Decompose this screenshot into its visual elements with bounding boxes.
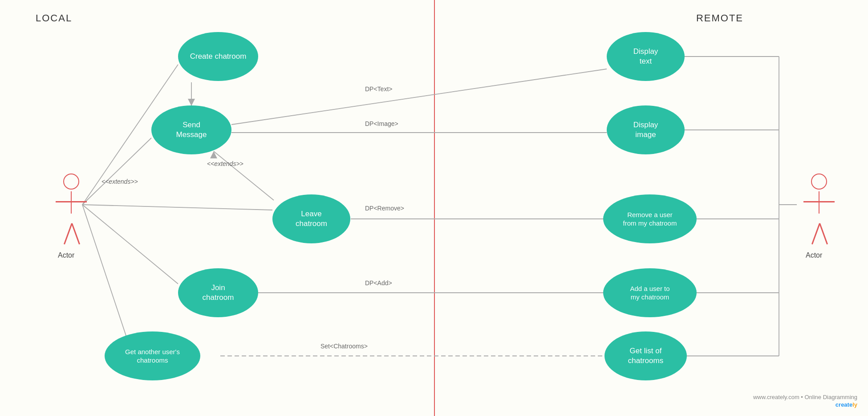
extends1-label: <<extends>> bbox=[101, 178, 138, 185]
dp-image-label: DP<Image> bbox=[365, 120, 398, 127]
right-actor-body bbox=[819, 191, 820, 214]
dp-text-label: DP<Text> bbox=[365, 85, 392, 93]
create-chatroom-oval: Create chatroom bbox=[178, 32, 258, 81]
set-chatrooms-label: Set<Chatrooms> bbox=[320, 343, 368, 350]
get-list-oval: Get list ofchatrooms bbox=[604, 331, 687, 380]
diagram-container: LOCAL REMOTE bbox=[0, 0, 868, 416]
display-image-oval: Displayimage bbox=[607, 105, 685, 154]
left-actor-leg-right bbox=[64, 223, 72, 245]
svg-line-4 bbox=[82, 205, 127, 338]
right-actor-label: Actor bbox=[806, 251, 822, 259]
join-chatroom-oval: Joinchatroom bbox=[178, 268, 258, 317]
extends2-label: <<extends>> bbox=[207, 160, 243, 167]
left-actor-arms bbox=[56, 201, 87, 202]
dp-remove-label: DP<Remove> bbox=[365, 205, 404, 212]
get-another-oval: Get another user'schatrooms bbox=[105, 331, 200, 380]
right-actor-arms bbox=[803, 201, 835, 202]
right-actor bbox=[801, 174, 837, 249]
display-text-oval: Displaytext bbox=[607, 32, 685, 81]
left-actor-body bbox=[71, 191, 72, 214]
left-actor-label: Actor bbox=[58, 251, 74, 259]
svg-line-1 bbox=[82, 138, 151, 205]
add-user-oval: Add a user tomy chatroom bbox=[603, 268, 697, 317]
remote-label: REMOTE bbox=[696, 12, 743, 24]
local-label: LOCAL bbox=[36, 12, 72, 24]
divider bbox=[434, 0, 435, 416]
right-actor-head bbox=[811, 174, 827, 190]
right-actor-leg-left bbox=[819, 223, 827, 245]
svg-line-7 bbox=[214, 151, 274, 200]
leave-chatroom-oval: Leavechatroom bbox=[272, 194, 350, 243]
right-actor-leg-right bbox=[811, 223, 820, 245]
svg-marker-8 bbox=[210, 151, 217, 158]
send-message-oval: SendMessage bbox=[151, 105, 231, 154]
left-actor bbox=[53, 174, 89, 249]
svg-line-9 bbox=[231, 69, 607, 125]
left-actor-head bbox=[63, 174, 79, 190]
left-actor-leg-left bbox=[71, 223, 80, 245]
svg-line-2 bbox=[82, 205, 272, 210]
svg-marker-6 bbox=[188, 99, 195, 106]
svg-line-3 bbox=[82, 205, 178, 284]
remove-user-oval: Remove a userfrom my chatroom bbox=[603, 194, 697, 243]
dp-add-label: DP<Add> bbox=[365, 279, 392, 287]
watermark: www.creately.com • Online Diagramming cr… bbox=[753, 394, 857, 408]
